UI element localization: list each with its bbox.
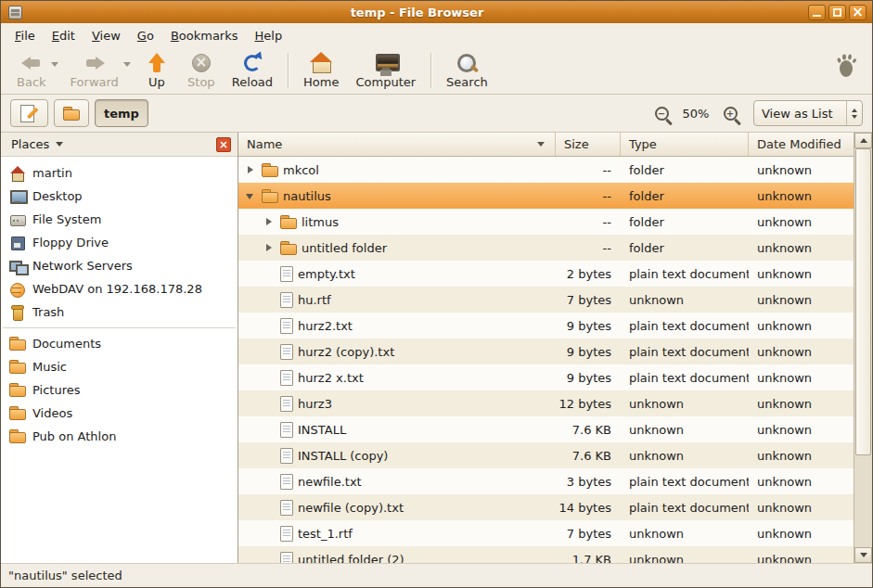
file-icon [280,448,293,464]
file-row[interactable]: hurz2.txt9 bytesplain text documentunkno… [238,313,854,339]
sidebar-item-webdav-on-192-168-178-28[interactable]: WebDAV on 192.168.178.28 [1,277,238,300]
scrollbar-thumb[interactable] [855,148,871,455]
file-row[interactable]: hurz2 x.txt9 bytesplain text documentunk… [238,364,854,390]
expander-collapsed-icon[interactable] [263,241,276,254]
sidebar-item-label: Pictures [32,383,80,397]
file-row[interactable]: hurz2 (copy).txt9 bytesplain text docume… [238,339,854,364]
sidebar-item-pictures[interactable]: Pictures [1,378,238,402]
computer-icon [375,52,397,74]
file-row[interactable]: INSTALL7.6 KBunknownunknown [238,416,854,442]
path-current-label: temp [104,107,139,121]
size-cell: -- [556,183,621,209]
sidebar-item-trash[interactable]: Trash [1,300,238,324]
expander-spacer [263,553,276,563]
file-row[interactable]: empty.txt2 bytesplain text documentunkno… [238,261,854,287]
chevron-down-icon [56,142,63,147]
menu-help[interactable]: Help [247,26,291,45]
computer-button[interactable]: Computer [347,49,424,92]
file-icon [280,318,293,334]
sidebar-item-network-servers[interactable]: Network Servers [1,254,238,277]
file-name: untitled folder [302,241,387,255]
date-modified-cell: unknown [749,520,854,546]
path-root-button[interactable] [54,99,89,127]
type-cell: unknown [621,416,749,442]
date-modified-cell: unknown [749,364,854,390]
sidebar-item-pub-on-athlon[interactable]: Pub on Athlon [1,425,238,448]
toolbar-separator [430,53,431,88]
vertical-scrollbar[interactable] [854,133,872,563]
menu-edit[interactable]: Edit [44,26,83,45]
column-header-size[interactable]: Size [556,133,621,157]
expander-collapsed-icon[interactable] [263,215,276,228]
file-row[interactable]: litmus--folderunknown [238,209,854,235]
file-icon [280,474,293,490]
floppy-icon [9,236,26,250]
status-bar: "nautilus" selected [1,563,872,587]
column-header-name[interactable]: Name [238,133,556,157]
column-header-date-modified[interactable]: Date Modified [749,133,854,157]
sidebar-item-documents[interactable]: Documents [1,332,238,355]
toolbar-item-label: Computer [355,75,416,89]
sidebar-items: martinDesktopFile SystemFloppy DriveNetw… [1,157,238,563]
sidebar-item-floppy-drive[interactable]: Floppy Drive [1,231,238,254]
home-button[interactable]: Home [295,49,347,92]
size-cell: 2 bytes [556,261,621,287]
menu-bookmarks[interactable]: Bookmarks [162,26,247,45]
sidebar-item-file-system[interactable]: File System [1,208,238,231]
file-row[interactable]: hu.rtf7 bytesunknownunknown [238,287,854,313]
titlebar[interactable]: temp - File Browser [1,1,872,23]
sidebar-item-music[interactable]: Music [1,355,238,378]
toolbar-item-label: Back [17,75,46,89]
file-row[interactable]: nautilus--folderunknown [238,183,854,209]
menubar: FileEditViewGoBookmarksHelp [1,23,872,47]
search-button[interactable]: Search [438,49,496,92]
file-row[interactable]: test_1.rtf7 bytesunknownunknown [238,520,854,546]
zoom-in-icon [724,107,738,121]
file-row[interactable]: mkcol--folderunknown [238,157,854,183]
status-text: "nautilus" selected [8,569,122,582]
toolbar-item-label: Search [446,75,488,89]
view-mode-select[interactable]: View as List [753,100,863,126]
menu-file[interactable]: File [6,26,44,45]
size-cell: 7 bytes [556,287,621,313]
column-header-type[interactable]: Type [621,133,749,157]
type-cell: plain text document [621,364,749,390]
zoom-level[interactable]: 50% [679,107,713,121]
name-cell: hurz2.txt [238,313,556,339]
zoom-out-button[interactable] [649,101,674,125]
path-current-button[interactable]: temp [95,99,148,127]
file-row[interactable]: hurz312 bytesunknownunknown [238,390,854,416]
file-row[interactable]: INSTALL (copy)7.6 KBunknownunknown [238,442,854,468]
type-cell: plain text document [621,261,749,287]
file-name: newfile.txt [298,475,362,489]
file-icon [280,422,293,438]
date-modified-cell: unknown [749,442,854,468]
menu-go[interactable]: Go [129,26,162,45]
maximize-button[interactable] [828,5,846,20]
sidebar-item-martin[interactable]: martin [1,161,238,185]
scroll-up-button[interactable] [854,133,872,148]
sidebar-item-videos[interactable]: Videos [1,402,238,425]
toggle-location-entry-button[interactable] [10,99,48,127]
close-button[interactable] [849,5,867,20]
sidebar-item-desktop[interactable]: Desktop [1,185,238,208]
close-sidebar-button[interactable]: × [216,137,231,152]
up-button[interactable]: Up [135,49,179,92]
folder-icon [9,383,26,397]
arrow-up-icon [860,138,867,143]
menu-view[interactable]: View [83,26,129,45]
name-cell: hurz2 (copy).txt [238,339,556,364]
file-row[interactable]: untitled folder--folderunknown [238,235,854,261]
file-row[interactable]: newfile.txt3 bytesplain text documentunk… [238,468,854,494]
file-row[interactable]: newfile (copy).txt14 bytesplain text doc… [238,494,854,520]
expander-expanded-icon[interactable] [244,189,257,202]
places-dropdown[interactable]: Places [7,135,67,153]
sidebar-separator [3,327,236,328]
reload-button[interactable]: Reload [224,49,281,92]
expander-collapsed-icon[interactable] [244,163,257,176]
minimize-button[interactable] [808,5,826,20]
scroll-down-button[interactable] [854,547,872,563]
zoom-in-button[interactable] [718,101,742,125]
scrollbar-track[interactable] [854,148,872,547]
file-row[interactable]: untitled folder (2)1.7 KBunknownunknown [238,546,854,563]
